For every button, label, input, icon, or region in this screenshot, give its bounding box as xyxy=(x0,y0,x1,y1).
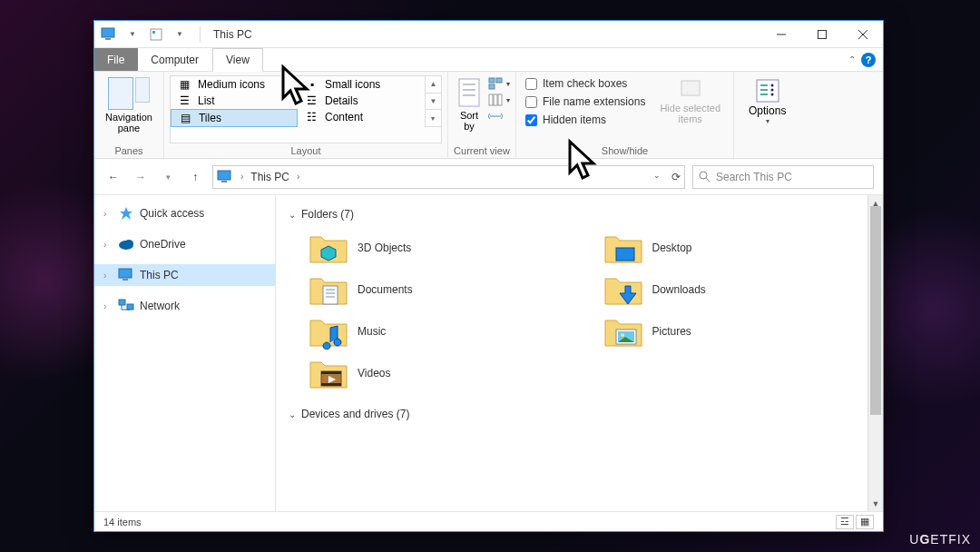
monitor-icon xyxy=(100,26,118,43)
network-icon xyxy=(118,299,134,313)
folder-pictures[interactable]: Pictures xyxy=(603,313,871,350)
svg-rect-1 xyxy=(105,38,111,40)
item-check-boxes-checkbox[interactable]: Item check boxes xyxy=(522,75,649,92)
scrollbar[interactable]: ▲ ▼ xyxy=(867,195,883,511)
section-label: Devices and drives (7) xyxy=(301,408,409,420)
ribbon-group-panes: Navigation pane Panes xyxy=(94,72,164,158)
folder-3d-objects[interactable]: 3D Objects xyxy=(309,230,576,266)
back-button[interactable]: ← xyxy=(103,167,123,187)
cloud-icon xyxy=(118,237,134,251)
folder-icon xyxy=(603,230,643,266)
folder-desktop[interactable]: Desktop xyxy=(603,230,871,266)
tab-view[interactable]: View xyxy=(212,48,263,72)
up-button[interactable]: ↑ xyxy=(185,167,205,187)
folder-icon xyxy=(309,313,348,350)
layout-tiles[interactable]: ▤Tiles xyxy=(171,109,298,127)
sidebar-item-label: Network xyxy=(140,300,180,312)
navigation-pane-button[interactable]: Navigation pane xyxy=(100,75,158,135)
tab-computer[interactable]: Computer xyxy=(138,48,212,71)
chevron-right-icon[interactable]: › xyxy=(297,172,299,182)
chevron-down-icon: ⌄ xyxy=(289,409,296,419)
tiles-view-toggle[interactable]: ▦ xyxy=(856,515,874,529)
layout-scroll[interactable]: ▲▼▾ xyxy=(425,76,441,127)
chevron-right-icon[interactable]: › xyxy=(103,209,113,219)
close-button[interactable] xyxy=(842,21,883,48)
search-input[interactable]: Search This PC xyxy=(692,165,874,189)
sort-by-button[interactable]: Sort by xyxy=(454,75,485,133)
chevron-right-icon[interactable]: › xyxy=(240,172,243,182)
address-dropdown-icon[interactable]: ⌄ xyxy=(653,171,661,183)
file-name-extensions-checkbox[interactable]: File name extensions xyxy=(522,94,649,110)
svg-rect-51 xyxy=(321,371,341,374)
details-icon: ☲ xyxy=(305,94,319,107)
section-devices[interactable]: ⌄ Devices and drives (7) xyxy=(289,408,870,420)
navigation-row: ← → ▾ ↑ › This PC › ⌄ ⟳ Search This PC xyxy=(94,159,883,195)
layout-list[interactable]: ☰List xyxy=(171,93,298,109)
folder-icon xyxy=(309,355,348,391)
options-button[interactable]: Options ▾ xyxy=(740,75,795,127)
svg-rect-37 xyxy=(127,304,133,310)
chevron-right-icon[interactable]: › xyxy=(103,301,113,311)
folder-grid: 3D Objects Desktop Documents Downloads xyxy=(289,226,870,402)
list-icon: ☰ xyxy=(178,94,192,107)
sidebar-item-this-pc[interactable]: › This PC xyxy=(94,264,275,286)
chevron-right-icon[interactable]: › xyxy=(103,271,113,281)
minimize-button[interactable] xyxy=(760,21,801,48)
scroll-thumb[interactable] xyxy=(870,206,881,415)
add-columns-button[interactable]: ▾ xyxy=(488,94,510,106)
svg-rect-2 xyxy=(151,29,162,40)
folder-label: Music xyxy=(358,325,386,338)
content-area: ⌄ Folders (7) 3D Objects Desktop Documen… xyxy=(276,195,883,511)
folder-music[interactable]: Music xyxy=(309,313,576,350)
svg-rect-8 xyxy=(459,79,479,106)
recent-locations-button[interactable]: ▾ xyxy=(158,167,178,187)
folder-documents[interactable]: Documents xyxy=(309,271,576,308)
svg-point-29 xyxy=(700,172,707,179)
folder-videos[interactable]: Videos xyxy=(309,355,576,391)
breadcrumb-this-pc[interactable]: This PC xyxy=(250,171,289,183)
layout-details[interactable]: ☲Details xyxy=(298,93,425,109)
folder-label: Videos xyxy=(358,367,390,380)
hidden-items-checkbox[interactable]: Hidden items xyxy=(522,112,649,128)
layout-small-icons[interactable]: ▪Small icons xyxy=(298,76,425,93)
help-icon[interactable]: ? xyxy=(861,53,876,67)
tab-file[interactable]: File xyxy=(94,48,138,71)
sidebar-item-onedrive[interactable]: › OneDrive xyxy=(94,233,275,255)
ribbon-group-show-hide: Item check boxes File name extensions Hi… xyxy=(516,72,734,158)
svg-rect-21 xyxy=(760,84,768,86)
group-by-button[interactable]: ▾ xyxy=(488,77,510,90)
sidebar-item-label: Quick access xyxy=(140,207,204,220)
svg-point-33 xyxy=(124,240,133,247)
sidebar-item-network[interactable]: › Network xyxy=(94,295,275,317)
chevron-down-icon[interactable]: ▼ xyxy=(171,26,189,43)
chevron-down-icon[interactable]: ▼ xyxy=(123,26,142,43)
svg-rect-42 xyxy=(323,286,338,304)
section-folders[interactable]: ⌄ Folders (7) xyxy=(289,208,870,221)
address-bar[interactable]: › This PC › ⌄ ⟳ xyxy=(212,165,685,189)
svg-rect-14 xyxy=(489,84,495,89)
properties-icon[interactable] xyxy=(147,26,165,43)
folder-icon xyxy=(603,313,643,350)
chevron-right-icon[interactable]: › xyxy=(103,240,113,250)
sidebar-item-quick-access[interactable]: › Quick access xyxy=(94,202,275,224)
details-view-toggle[interactable]: ☲ xyxy=(836,515,854,529)
collapse-ribbon-icon[interactable]: ⌃ xyxy=(848,54,856,64)
layout-medium-icons[interactable]: ▦Medium icons xyxy=(171,76,298,93)
scroll-down-icon[interactable]: ▼ xyxy=(868,496,883,511)
svg-rect-13 xyxy=(496,78,502,83)
folder-downloads[interactable]: Downloads xyxy=(603,271,871,308)
forward-button[interactable]: → xyxy=(131,167,151,187)
star-icon xyxy=(118,206,134,221)
svg-point-25 xyxy=(770,89,773,92)
maximize-button[interactable] xyxy=(801,21,842,48)
size-columns-button[interactable] xyxy=(488,110,510,123)
group-label-panes: Panes xyxy=(100,143,158,156)
layout-content[interactable]: ☷Content xyxy=(298,109,425,125)
ribbon-group-current-view: Sort by ▾ ▾ Current view xyxy=(448,72,516,158)
main-area: › Quick access › OneDrive › This PC › Ne… xyxy=(94,195,883,511)
separator xyxy=(200,26,201,43)
svg-marker-40 xyxy=(321,246,336,261)
group-label-current-view: Current view xyxy=(454,143,510,156)
search-icon xyxy=(699,171,710,182)
refresh-icon[interactable]: ⟳ xyxy=(671,171,681,183)
